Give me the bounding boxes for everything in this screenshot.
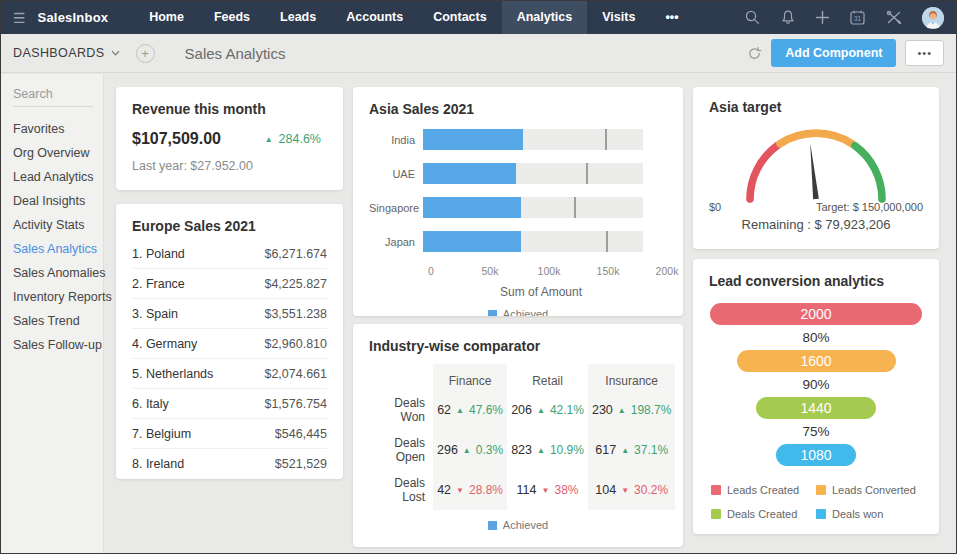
dashboards-dropdown[interactable]: DASHBOARDS — [13, 46, 105, 60]
up-triangle-icon: ▲ — [618, 406, 626, 415]
add-dashboard-icon[interactable]: + — [136, 44, 155, 63]
bar-plot — [423, 197, 667, 218]
europe-card-title: Europe Sales 2021 — [132, 218, 327, 234]
nav-tab-accounts[interactable]: Accounts — [331, 1, 418, 34]
sidebar-item-favorites[interactable]: Favorites — [13, 117, 103, 141]
app-window: ☰ SalesInbox HomeFeedsLeadsAccountsConta… — [0, 0, 957, 554]
europe-sales-list: 1. Poland$6,271.6742. France$4,225.8273.… — [132, 239, 327, 478]
cell-change-pct: 42.1% — [550, 403, 584, 417]
down-triangle-icon: ▼ — [542, 486, 550, 495]
sidebar: FavoritesOrg OverviewLead AnalyticsDeal … — [1, 74, 104, 553]
cell-change-pct: 10.9% — [550, 443, 584, 457]
legend-label: Deals Created — [727, 508, 797, 520]
cell-change-pct: 198.7% — [631, 403, 672, 417]
cell-value: 62 — [437, 403, 451, 417]
column-header-retail: Retail — [507, 364, 588, 390]
gauge-segment-orange — [780, 133, 852, 144]
nav-tab-contacts[interactable]: Contacts — [418, 1, 501, 34]
cell-value: 104 — [595, 483, 616, 497]
bar-plot — [423, 129, 667, 150]
funnel-conversion-rate: 90% — [710, 377, 922, 392]
bar-target-marker — [586, 163, 588, 184]
asia-card-title: Asia Sales 2021 — [369, 101, 667, 117]
legend-swatch — [711, 509, 721, 519]
gauge-segment-red — [750, 146, 777, 199]
legend-swatch-achieved — [488, 310, 497, 317]
country-value: $521,529 — [275, 457, 327, 471]
cell-value: 296 — [437, 443, 458, 457]
nav-tab-home[interactable]: Home — [134, 1, 199, 34]
page-title: Sales Analytics — [185, 45, 286, 62]
search-icon[interactable] — [744, 9, 761, 26]
funnel-chart: 200080%160090%144075%1080 — [710, 303, 922, 466]
sidebar-item-sales-analytics[interactable]: Sales Analytics — [13, 237, 103, 261]
sidebar-list: FavoritesOrg OverviewLead AnalyticsDeal … — [13, 117, 103, 357]
sidebar-item-deal-insights[interactable]: Deal Insights — [13, 189, 103, 213]
asia-x-axis: 050k100k150k200k — [431, 265, 667, 278]
add-component-button[interactable]: Add Component — [771, 39, 896, 67]
axis-tick-label: 50k — [482, 265, 499, 277]
sidebar-item-activity-stats[interactable]: Activity Stats — [13, 213, 103, 237]
table-cell: 104▼30.2% — [588, 470, 675, 510]
row-label-deals-open: Deals Open — [369, 430, 433, 470]
bell-icon[interactable] — [780, 9, 796, 26]
down-triangle-icon: ▼ — [621, 486, 629, 495]
nav-tab-visits[interactable]: Visits — [587, 1, 650, 34]
country-label: 8. Ireland — [132, 457, 184, 471]
funnel-stage-leads-created: 2000 — [710, 303, 922, 325]
chevron-down-icon[interactable] — [111, 50, 120, 56]
calendar-day-label: 31 — [854, 15, 862, 22]
nav-tab-feeds[interactable]: Feeds — [199, 1, 265, 34]
bar-row-singapore: Singapore — [369, 197, 667, 218]
avatar[interactable] — [922, 7, 944, 29]
asia-legend: Achieved — [369, 308, 667, 316]
down-triangle-icon: ▼ — [456, 486, 464, 495]
cell-change-pct: 47.6% — [469, 403, 503, 417]
cell-value: 230 — [592, 403, 613, 417]
list-item: 4. Germany$2,960.810 — [132, 329, 327, 359]
column-middle: Asia Sales 2021 IndiaUAESingaporeJapan 0… — [353, 87, 683, 547]
sidebar-item-inventory-reports[interactable]: Inventory Reports — [13, 285, 103, 309]
refresh-icon[interactable] — [747, 46, 762, 61]
nav-tab-analytics[interactable]: Analytics — [502, 1, 588, 34]
calendar-icon[interactable]: 31 — [849, 9, 866, 26]
axis-tick-label: 100k — [538, 265, 561, 277]
bar-category-label: Singapore — [369, 202, 423, 214]
funnel-conversion-rate: 75% — [710, 424, 922, 439]
funnel-stage-deals-won: 1080 — [776, 444, 857, 466]
tools-icon[interactable] — [885, 9, 903, 26]
sidebar-item-sales-trend[interactable]: Sales Trend — [13, 309, 103, 333]
sidebar-item-sales-follow-up[interactable]: Sales Follow-up — [13, 333, 103, 357]
column-header-finance: Finance — [433, 364, 507, 390]
country-value: $4,225.827 — [264, 277, 327, 291]
industry-legend: Achieved — [369, 519, 667, 531]
row-label-deals-lost: Deals Lost — [369, 470, 433, 510]
bar-achieved — [423, 197, 521, 218]
plus-icon[interactable] — [815, 10, 830, 25]
country-value: $2,074.661 — [264, 367, 327, 381]
gauge-target-label: Target: $ 150,000,000 — [816, 201, 923, 213]
funnel-legend: Leads CreatedLeads ConvertedDeals Create… — [709, 484, 923, 520]
asia-sales-card: Asia Sales 2021 IndiaUAESingaporeJapan 0… — [353, 87, 683, 316]
country-label: 4. Germany — [132, 337, 197, 351]
legend-label: Leads Created — [727, 484, 799, 496]
sidebar-item-sales-anomalies[interactable]: Sales Anomalies — [13, 261, 103, 285]
table-cell: 823▲10.9% — [507, 430, 588, 470]
nav-tab-more[interactable]: ••• — [650, 1, 693, 34]
bar-category-label: UAE — [369, 168, 423, 180]
header-actions: Add Component ••• — [747, 39, 944, 67]
gauge-chart — [731, 117, 901, 205]
country-label: 5. Netherlands — [132, 367, 213, 381]
hamburger-menu-icon[interactable]: ☰ — [13, 10, 26, 26]
revenue-change: ▲284.6% — [265, 132, 327, 146]
brand-logo[interactable]: SalesInbox — [38, 10, 109, 25]
search-input[interactable] — [13, 85, 93, 107]
revenue-last-year: Last year: $27.952.00 — [132, 159, 327, 173]
axis-tick-label: 0 — [428, 265, 434, 277]
table-cell: 617▲37.1% — [588, 430, 675, 470]
sidebar-item-lead-analytics[interactable]: Lead Analytics — [13, 165, 103, 189]
nav-tab-leads[interactable]: Leads — [265, 1, 331, 34]
sidebar-item-org-overview[interactable]: Org Overview — [13, 141, 103, 165]
header-more-button[interactable]: ••• — [905, 40, 944, 66]
table-cell: 296▲0.3% — [433, 430, 507, 470]
